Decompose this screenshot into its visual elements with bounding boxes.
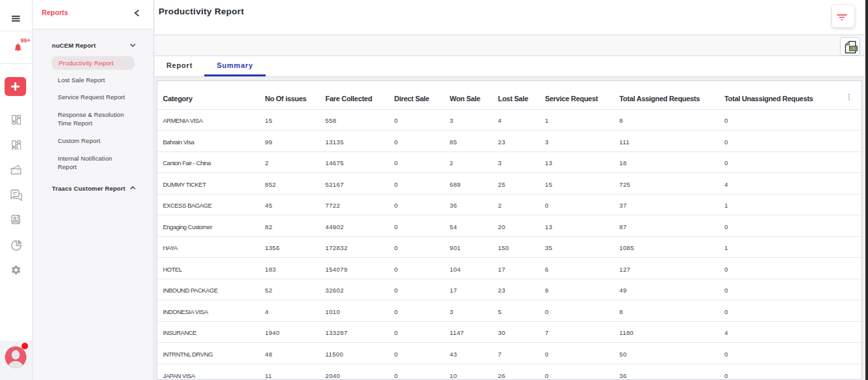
svg-text:XLSX: XLSX xyxy=(850,47,858,50)
